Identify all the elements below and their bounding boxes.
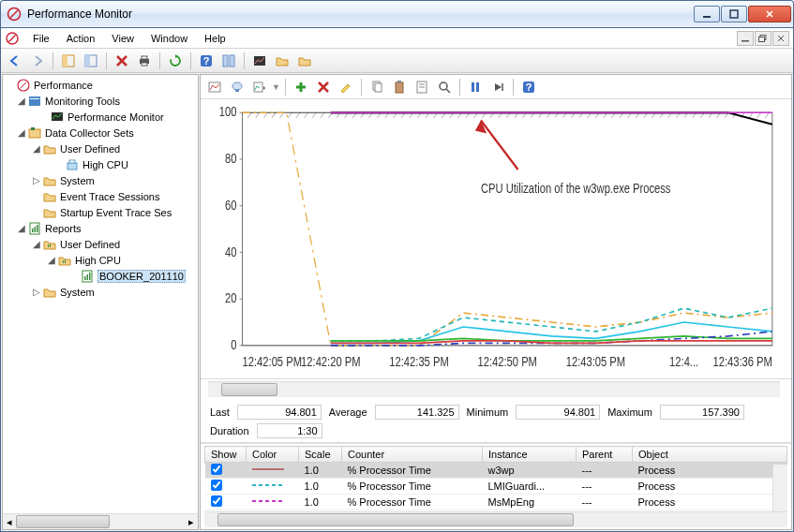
navigation-tree[interactable]: Performance ◢Monitoring Tools Performanc…: [3, 75, 198, 513]
min-label: Minimum: [467, 406, 509, 418]
refresh-button[interactable]: [165, 51, 186, 71]
svg-text:80: 80: [225, 150, 236, 166]
svg-text:?: ?: [526, 81, 532, 93]
tree-report-file[interactable]: BOOKER_201110: [97, 270, 186, 283]
menu-bar: File Action View Window Help: [1, 28, 793, 49]
folder2-button[interactable]: [294, 51, 315, 71]
svg-rect-58: [396, 82, 403, 93]
col-parent[interactable]: Parent: [577, 447, 633, 463]
col-color[interactable]: Color: [247, 447, 299, 463]
grid-horizontal-scrollbar[interactable]: [204, 511, 787, 527]
svg-rect-2: [703, 16, 711, 18]
col-show[interactable]: Show: [205, 447, 247, 463]
cell-scale: 1.0: [299, 495, 342, 510]
tree-reports-system[interactable]: System: [60, 287, 95, 298]
svg-text:12:42:20 PM: 12:42:20 PM: [301, 353, 360, 369]
menu-action[interactable]: Action: [59, 31, 103, 46]
expand-icon[interactable]: ◢: [31, 143, 42, 154]
update-button[interactable]: [487, 77, 508, 97]
log-settings-button[interactable]: [218, 51, 239, 71]
menu-help[interactable]: Help: [197, 31, 233, 46]
cell-counter: % Processor Time: [342, 479, 483, 495]
tree-event-trace[interactable]: Event Trace Sessions: [60, 191, 159, 202]
tree-user-defined[interactable]: User Defined: [60, 143, 120, 155]
freeze-button[interactable]: [465, 77, 486, 97]
counter-grid[interactable]: Show Color Scale Counter Instance Parent…: [204, 446, 787, 511]
back-button[interactable]: [5, 51, 25, 71]
properties-button[interactable]: [412, 77, 432, 97]
col-instance[interactable]: Instance: [483, 447, 577, 463]
show-checkbox[interactable]: [211, 480, 222, 491]
col-object[interactable]: Object: [633, 447, 787, 463]
expand-icon[interactable]: ◢: [31, 239, 42, 249]
show-hide-tree-button[interactable]: [58, 51, 79, 71]
expand-icon[interactable]: ◢: [16, 223, 27, 233]
mdi-restore-button[interactable]: [755, 31, 772, 46]
minimize-button[interactable]: [694, 6, 720, 22]
expand-icon[interactable]: ◢: [16, 127, 27, 138]
expand-icon[interactable]: ▷: [31, 175, 42, 185]
view-log-button[interactable]: [204, 77, 225, 97]
expand-icon[interactable]: ◢: [16, 96, 27, 106]
svg-rect-59: [397, 81, 401, 83]
add-counter-button[interactable]: [291, 77, 311, 97]
col-scale[interactable]: Scale: [299, 447, 342, 463]
menu-window[interactable]: Window: [143, 31, 195, 46]
maximize-button[interactable]: [721, 6, 747, 22]
table-row[interactable]: 1.0% Processor TimeMsMpEng---Process: [205, 495, 787, 510]
expand-icon[interactable]: ▷: [31, 287, 42, 297]
chart-help-button[interactable]: ?: [518, 77, 539, 97]
svg-rect-40: [48, 244, 49, 247]
paste-button[interactable]: [389, 77, 410, 97]
tree-root[interactable]: Performance: [34, 80, 93, 91]
tree-high-cpu[interactable]: High CPU: [82, 159, 128, 170]
reports-icon: [27, 221, 42, 236]
show-checkbox[interactable]: [211, 464, 222, 475]
close-button[interactable]: [748, 6, 791, 22]
table-row[interactable]: 1.0% Processor TimeLMIGuardi...---Proces…: [205, 479, 787, 495]
highlight-button[interactable]: [336, 77, 356, 97]
svg-rect-25: [230, 55, 234, 66]
menu-view[interactable]: View: [104, 31, 142, 46]
svg-rect-24: [223, 55, 228, 66]
forward-button[interactable]: [27, 51, 48, 71]
grid-vertical-scrollbar[interactable]: [772, 465, 787, 511]
svg-rect-39: [37, 225, 38, 232]
tree-startup-trace[interactable]: Startup Event Trace Ses: [60, 207, 172, 218]
tree-monitoring-tools[interactable]: Monitoring Tools: [45, 96, 120, 107]
tree-reports-high-cpu[interactable]: High CPU: [75, 255, 121, 266]
tree-system[interactable]: System: [60, 175, 95, 186]
copy-button[interactable]: [367, 77, 387, 97]
svg-rect-38: [35, 227, 37, 232]
tree-data-collector-sets[interactable]: Data Collector Sets: [45, 127, 134, 139]
tree-reports-user-defined[interactable]: User Defined: [60, 239, 120, 250]
properties-view-button[interactable]: [81, 51, 101, 71]
svg-rect-21: [142, 63, 147, 66]
chart-horizontal-scrollbar[interactable]: [208, 381, 780, 397]
col-counter[interactable]: Counter: [342, 447, 483, 463]
table-row[interactable]: 1.0% Processor Timew3wp---Process: [205, 463, 787, 479]
print-button[interactable]: [134, 51, 155, 71]
zoom-button[interactable]: [434, 77, 455, 97]
svg-line-1: [10, 10, 18, 18]
help-button[interactable]: ?: [196, 51, 217, 71]
expand-icon[interactable]: ◢: [46, 255, 57, 265]
chart-type-dropdown[interactable]: [249, 77, 270, 97]
menu-file[interactable]: File: [25, 31, 57, 46]
mdi-minimize-button[interactable]: [737, 31, 754, 46]
tree-reports[interactable]: Reports: [45, 223, 82, 234]
folder-button[interactable]: [272, 51, 292, 71]
tree-performance-monitor[interactable]: Performance Monitor: [67, 111, 164, 123]
tree-horizontal-scrollbar[interactable]: ◂▸: [3, 513, 198, 529]
min-value: 94.801: [516, 405, 600, 420]
show-checkbox[interactable]: [211, 495, 222, 507]
svg-rect-41: [50, 244, 51, 247]
delete-button[interactable]: [112, 51, 132, 71]
chart-area[interactable]: 02040608010012:42:05 PM12:42:20 PM12:42:…: [201, 99, 791, 379]
svg-rect-43: [65, 259, 66, 263]
remove-counter-button[interactable]: [313, 77, 334, 97]
data-view-button[interactable]: [249, 51, 270, 71]
svg-text:CPU Utilization of the w3wp.ex: CPU Utilization of the w3wp.exe Process: [481, 180, 671, 196]
mdi-close-button[interactable]: [772, 31, 789, 46]
view-current-button[interactable]: [227, 77, 247, 97]
